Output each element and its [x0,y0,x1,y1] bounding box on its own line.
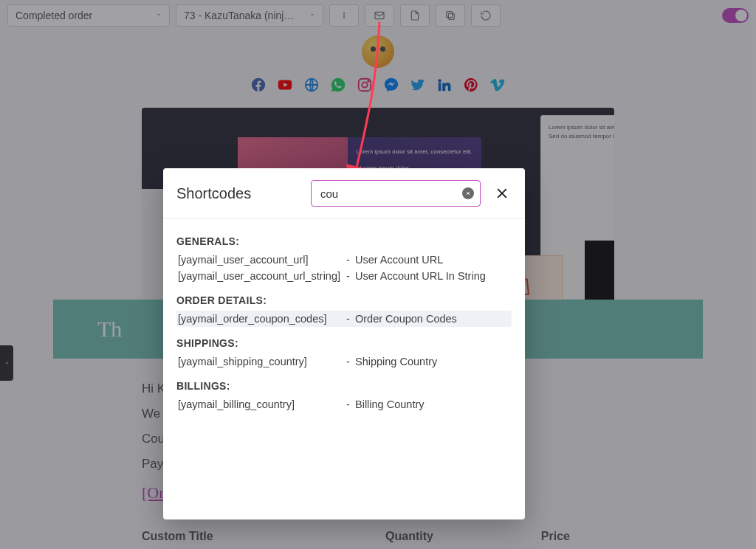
close-modal-button[interactable] [492,184,512,203]
shortcodes-search-input[interactable] [319,187,462,201]
shortcode-desc: Order Coupon Codes [355,313,510,325]
shortcode-code: [yaymail_billing_country] [178,398,346,410]
shortcode-code: [yaymail_shipping_country] [178,356,346,367]
shortcode-code: [yaymail_user_account_url] [178,254,346,266]
shortcodes-search[interactable] [311,180,481,207]
group-generals: GENERALS: [yaymail_user_account_url] - U… [176,235,512,284]
group-heading: BILLINGS: [176,380,512,392]
shortcodes-modal: Shortcodes GENERALS: [yaymail_user_accou… [163,168,525,519]
group-billings: BILLINGS: [yaymail_billing_country] - Bi… [176,380,512,412]
shortcode-code: [yaymail_user_account_url_string] [178,270,346,282]
shortcodes-list: GENERALS: [yaymail_user_account_url] - U… [163,219,525,424]
group-shippings: SHIPPINGS: [yaymail_shipping_country] - … [176,337,512,370]
shortcode-code: [yaymail_order_coupon_codes] [178,313,346,325]
group-heading: SHIPPINGS: [176,337,512,349]
shortcode-row[interactable]: [yaymail_billing_country] - Billing Coun… [176,396,512,412]
shortcode-desc: Shipping Country [355,356,510,367]
shortcode-desc: Billing Country [355,398,510,410]
shortcode-desc: User Account URL [355,254,510,266]
shortcode-row[interactable]: [yaymail_user_account_url] - User Accoun… [176,252,512,268]
shortcode-row[interactable]: [yaymail_shipping_country] - Shipping Co… [176,353,512,370]
shortcode-row[interactable]: [yaymail_user_account_url_string] - User… [176,268,512,284]
modal-title: Shortcodes [176,185,251,202]
clear-search-icon[interactable] [462,187,474,199]
group-order-details: ORDER DETAILS: [yaymail_order_coupon_cod… [176,294,512,327]
group-heading: ORDER DETAILS: [176,294,512,306]
shortcode-row[interactable]: [yaymail_order_coupon_codes] - Order Cou… [176,311,512,327]
group-heading: GENERALS: [176,235,512,247]
shortcode-desc: User Account URL In String [355,270,510,282]
